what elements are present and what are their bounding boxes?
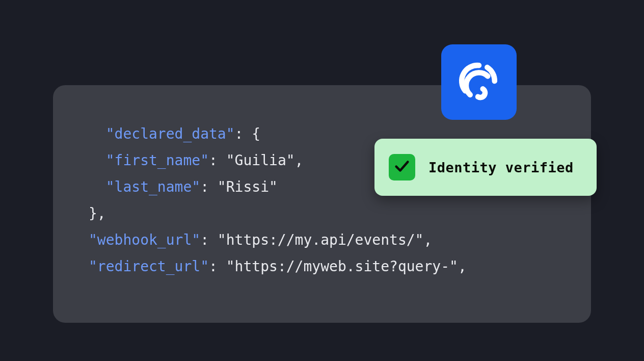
json-key: "first_name" [106,152,209,169]
identity-verified-card: Identity verified [374,139,597,196]
json-key: "redirect_url" [89,258,209,275]
identity-verified-label: Identity verified [428,160,574,175]
code-line: }, [89,205,106,222]
code-panel: "declared_data": { "first_name": "Guilia… [53,85,591,323]
code-line: "webhook_url": "https://my.api/events/", [89,231,432,248]
json-key: "webhook_url" [89,231,200,248]
json-rest: : "https://my.api/events/", [200,231,432,248]
code-line: "declared_data": { [89,125,260,142]
json-rest: : "Guilia", [209,152,303,169]
json-rest: : { [235,125,261,142]
json-rest: : "https://myweb.site?query-", [209,258,467,275]
code-line: "redirect_url": "https://myweb.site?quer… [89,258,467,275]
json-key: "last_name" [106,178,200,195]
code-line: "first_name": "Guilia", [89,152,303,169]
fingerprint-icon [454,57,503,108]
json-key: "declared_data" [106,125,235,142]
code-line: "last_name": "Rissi" [89,178,278,195]
fingerprint-badge [441,44,517,120]
check-square [389,154,415,181]
json-rest: : "Rissi" [200,178,278,195]
check-icon [393,158,411,177]
